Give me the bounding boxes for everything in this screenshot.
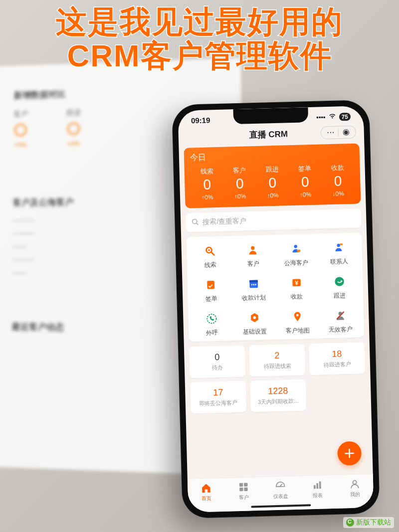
stat-card[interactable]: 17即将丢公海客户: [190, 381, 247, 414]
svg-rect-33: [319, 481, 321, 489]
phone-screen: 09:19 ▪▪▪▪ 75 直播 CRM ⋯ ◉ 今日 线索0↑0%客户0↑0%…: [178, 106, 374, 512]
tab-report[interactable]: 报表: [299, 479, 336, 500]
app-grid: 线索客户公海客户联系人签单收款计划¥收款跟进外呼基础设置客户地图无效客户: [186, 232, 364, 342]
users-icon: [238, 482, 249, 493]
svg-point-6: [294, 245, 297, 248]
contact-icon: [331, 240, 346, 255]
lead-icon: [202, 243, 218, 259]
app-settings[interactable]: 基础设置: [233, 310, 276, 337]
svg-rect-31: [314, 485, 316, 489]
battery-indicator: 75: [339, 112, 351, 121]
headline-line1: 这是我见过最好用的: [0, 5, 399, 39]
app-contract[interactable]: 签单: [189, 277, 232, 304]
app-followup[interactable]: 跟进: [318, 274, 361, 301]
add-button[interactable]: [337, 441, 362, 466]
call-icon: [204, 311, 219, 327]
miniprogram-actions: ⋯ ◉: [320, 126, 356, 140]
wifi-icon: [328, 113, 336, 121]
hero-metric[interactable]: 签单0↑0%: [288, 164, 322, 199]
svg-text:¥: ¥: [295, 279, 298, 286]
svg-rect-25: [239, 483, 243, 487]
stat-card[interactable]: 12283天内到期收款...: [250, 379, 307, 412]
more-icon[interactable]: ⋯: [325, 129, 336, 137]
hero-metric[interactable]: 客户0↑0%: [223, 166, 256, 200]
stat-card[interactable]: 18待跟进客户: [309, 342, 366, 375]
today-title: 今日: [190, 149, 354, 164]
tab-me[interactable]: 我的: [336, 478, 374, 499]
phone-device: 09:19 ▪▪▪▪ 75 直播 CRM ⋯ ◉ 今日 线索0↑0%客户0↑0%…: [172, 100, 380, 519]
tab-users[interactable]: 客户: [224, 481, 262, 502]
app-plan[interactable]: 收款计划: [232, 276, 275, 303]
app-customer[interactable]: 客户: [231, 242, 274, 269]
stats-grid: 0待办2待跟进线索18待跟进客户17即将丢公海客户12283天内到期收款...: [189, 342, 366, 413]
status-time: 09:19: [191, 116, 210, 125]
svg-point-5: [251, 246, 255, 250]
svg-rect-27: [239, 488, 243, 492]
app-call[interactable]: 外呼: [190, 311, 233, 338]
svg-rect-9: [340, 243, 343, 245]
dashboard-icon: [275, 481, 286, 492]
svg-point-34: [353, 481, 357, 485]
svg-point-0: [193, 219, 197, 223]
settings-icon: [247, 310, 262, 326]
stat-card[interactable]: 2待跟进线索: [249, 344, 306, 377]
tab-home[interactable]: 首页: [188, 482, 225, 503]
app-invalid[interactable]: 无效客户: [319, 307, 362, 334]
app-map[interactable]: 客户地图: [276, 309, 319, 336]
tab-dashboard[interactable]: 仪表盘: [262, 480, 299, 501]
app-contact[interactable]: 联系人: [317, 240, 360, 267]
hero-metric[interactable]: 收款0↓0%: [321, 163, 355, 198]
close-miniprogram-icon[interactable]: ◉: [341, 128, 352, 137]
svg-point-8: [337, 244, 340, 247]
today-summary-card[interactable]: 今日 线索0↑0%客户0↑0%跟进0↑0%签单0↑0%收款0↓0%: [184, 144, 361, 208]
home-icon: [200, 482, 212, 494]
plan-icon: [246, 276, 261, 292]
hero-metric[interactable]: 线索0↑0%: [190, 167, 223, 201]
search-icon: [192, 218, 199, 226]
app-payment[interactable]: ¥收款: [275, 275, 318, 302]
followup-icon: [332, 274, 347, 289]
svg-point-4: [208, 249, 210, 251]
public-pool-icon: [288, 241, 303, 257]
svg-rect-32: [317, 483, 319, 489]
svg-line-3: [211, 252, 214, 255]
nav-title: 直播 CRM: [216, 127, 321, 141]
map-icon: [290, 309, 305, 324]
svg-rect-12: [249, 280, 258, 283]
report-icon: [312, 480, 323, 491]
stat-card[interactable]: 0待办: [189, 346, 246, 378]
app-lead[interactable]: 线索: [189, 243, 232, 270]
search-input[interactable]: 搜索/查重客户: [186, 208, 362, 232]
svg-line-1: [197, 223, 199, 225]
svg-rect-28: [244, 488, 248, 492]
signal-icon: ▪▪▪▪: [316, 113, 326, 121]
notch: [233, 107, 308, 124]
app-public-pool[interactable]: 公海客户: [274, 241, 317, 268]
bg-section-title: 新增数据对比: [14, 84, 210, 101]
svg-rect-10: [207, 281, 214, 289]
hero-metric[interactable]: 跟进0↑0%: [256, 165, 289, 199]
invalid-icon: [333, 308, 348, 323]
headline-line2: CRM客户管理软件: [0, 39, 399, 73]
customer-icon: [245, 242, 260, 258]
promo-headline: 这是我见过最好用的 CRM客户管理软件: [0, 5, 399, 73]
svg-rect-7: [297, 250, 301, 252]
search-placeholder: 搜索/查重客户: [202, 216, 246, 226]
svg-rect-26: [244, 483, 248, 487]
watermark: 新版下载站: [343, 517, 394, 528]
me-icon: [349, 479, 361, 490]
watermark-icon: [346, 519, 354, 527]
payment-icon: ¥: [289, 275, 304, 291]
contract-icon: [203, 277, 218, 293]
